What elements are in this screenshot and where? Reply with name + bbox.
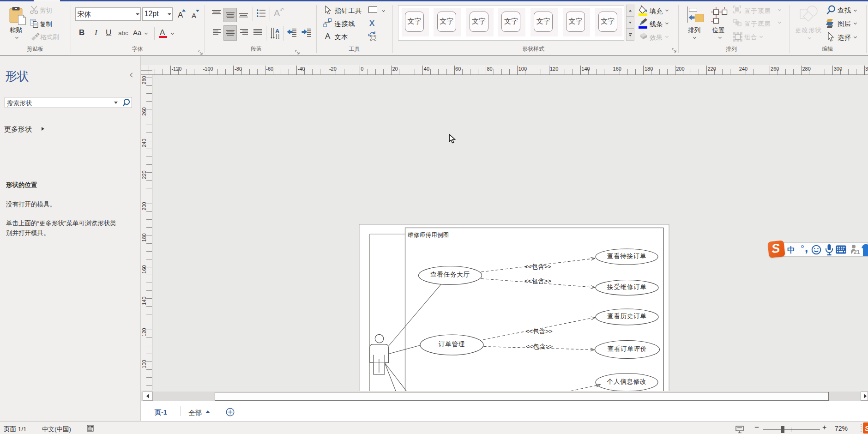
svg-text:<<包含>>: <<包含>> bbox=[526, 343, 553, 350]
svg-text:21: 21 bbox=[854, 249, 860, 255]
svg-text:<<包含>>: <<包含>> bbox=[524, 277, 552, 284]
svg-text:查看订单评价: 查看订单评价 bbox=[608, 345, 647, 352]
svg-text:A: A bbox=[275, 28, 280, 35]
svg-text:<<包含>>: <<包含>> bbox=[525, 328, 553, 335]
svg-text:订单管理: 订单管理 bbox=[438, 341, 465, 348]
svg-text:<<包含>>: <<包含>> bbox=[524, 263, 552, 270]
svg-text:查看待接订单: 查看待接订单 bbox=[607, 253, 647, 259]
svg-text:查看历史订单: 查看历史订单 bbox=[607, 313, 647, 319]
svg-text:接受维修订单: 接受维修订单 bbox=[607, 283, 647, 290]
svg-text:维修师傅用例图: 维修师傅用例图 bbox=[408, 232, 449, 238]
svg-text:查看任务大厅: 查看任务大厅 bbox=[430, 271, 470, 278]
svg-text:个人信息修改: 个人信息修改 bbox=[607, 378, 647, 385]
